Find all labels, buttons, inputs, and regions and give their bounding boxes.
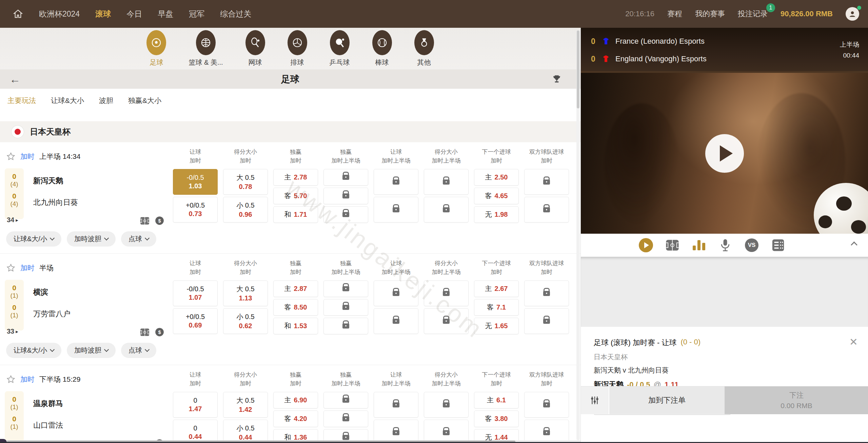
home-icon[interactable] [11, 7, 25, 21]
odds-cell[interactable]: 01.47 [173, 392, 218, 418]
cashout-icon[interactable]: $ [155, 216, 164, 225]
live-tag[interactable]: 加时 [20, 375, 35, 384]
odds-cell[interactable]: 客4.65 [474, 188, 519, 204]
odds-cell[interactable]: 客5.70 [273, 188, 318, 204]
odds-cell[interactable]: 客4.20 [273, 410, 318, 427]
odds-cell[interactable]: 无1.98 [474, 206, 519, 223]
add-to-betslip-button[interactable]: 加到下注单 [609, 386, 725, 414]
odds-cell[interactable]: 主6.1 [474, 392, 519, 408]
home-team-name[interactable]: 横滨 [33, 287, 48, 297]
bet-records-link[interactable]: 投注记录 1 [738, 9, 768, 19]
close-icon[interactable]: ✕ [849, 337, 858, 347]
odds-cell[interactable]: 主2.87 [273, 280, 318, 297]
markets-count[interactable]: 34▸ [7, 216, 18, 224]
stake-settings-button[interactable] [581, 386, 609, 414]
odds-cell[interactable]: 主2.67 [474, 280, 519, 297]
tab-main-markets[interactable]: 主要玩法 [7, 96, 36, 105]
menu-item-eurocup[interactable]: 欧洲杯2024 [39, 9, 80, 19]
odds-cell[interactable]: 无1.65 [474, 318, 519, 334]
video-player[interactable] [581, 73, 868, 234]
odds-cell[interactable]: +0/0.50.69 [173, 308, 218, 334]
odds-cell[interactable]: 小 0.50.62 [223, 308, 268, 334]
jersey-red-icon [602, 55, 610, 63]
user-avatar[interactable] [846, 7, 859, 21]
odds-cell[interactable]: -0/0.51.07 [173, 280, 218, 306]
favorite-star-icon[interactable] [6, 375, 16, 384]
sport-other[interactable]: 其他 [414, 30, 434, 67]
league-header: 日本天皇杯 [0, 121, 580, 142]
menu-item-early[interactable]: 早盘 [158, 9, 173, 19]
menu-item-today[interactable]: 今日 [126, 9, 142, 19]
sport-tennis[interactable]: 网球 [245, 30, 265, 67]
pitch-view-icon[interactable] [665, 238, 680, 253]
column-header: 让球加时上半场 [374, 148, 418, 165]
menu-item-live[interactable]: 滚球 [95, 9, 111, 19]
sport-volleyball[interactable]: 排球 [288, 30, 307, 67]
collapse-chevron-icon[interactable] [851, 241, 857, 248]
favorite-star-icon[interactable] [6, 263, 16, 273]
pill-penalty[interactable]: 点球 [121, 231, 156, 247]
odds-cell[interactable]: 主6.90 [273, 392, 318, 408]
lock-icon [393, 430, 399, 435]
lock-icon [543, 430, 550, 435]
sport-soccer[interactable]: 足球 [146, 30, 166, 67]
markets-count[interactable]: 33▸ [7, 328, 18, 335]
odds-cell[interactable]: 客7.1 [474, 299, 519, 316]
pill-handicap-total[interactable]: 让球&大/小 [6, 231, 61, 247]
live-tag[interactable]: 加时 [20, 263, 35, 273]
back-arrow-icon[interactable]: ← [9, 74, 20, 85]
pill-ot-correct-score[interactable]: 加時波胆 [67, 231, 116, 247]
betslip-score: (0 - 0) [680, 338, 701, 348]
odds-cell[interactable]: 大 0.50.78 [223, 169, 268, 195]
pitch-stats-icon[interactable] [140, 328, 150, 336]
lineup-icon[interactable] [771, 238, 786, 253]
odds-cell[interactable]: 小 0.50.44 [223, 420, 268, 443]
pill-ot-correct-score[interactable]: 加時波胆 [67, 343, 116, 358]
odds-cell[interactable]: 客3.80 [474, 410, 519, 427]
away-team-name[interactable]: 北九州向日葵 [33, 197, 78, 208]
trophy-icon[interactable] [552, 74, 561, 85]
odds-cell[interactable]: 大 0.51.42 [223, 392, 268, 418]
odds-cell-selected[interactable]: -0/0.51.03 [173, 169, 218, 195]
away-team-name[interactable]: 山口雷法 [33, 420, 63, 430]
place-bet-button[interactable]: 下注 0.00 RMB [725, 386, 868, 414]
commentary-mic-icon[interactable] [718, 238, 733, 253]
pill-handicap-total[interactable]: 让球&大/小 [6, 343, 61, 358]
home-team-name[interactable]: 新泻天鹅 [33, 176, 63, 186]
odds-cell[interactable]: 主2.78 [273, 169, 318, 186]
sport-basketball[interactable]: 篮球 & 美... [189, 30, 223, 67]
odds-cell[interactable]: 主2.50 [474, 169, 519, 186]
odds-cell[interactable]: 小 0.50.96 [223, 197, 268, 223]
odds-cell[interactable]: 大 0.51.13 [223, 280, 268, 306]
tab-winner-totals[interactable]: 独赢&大小 [128, 96, 161, 105]
play-button[interactable] [705, 134, 744, 173]
odds-cell[interactable]: +0/0.50.73 [173, 197, 218, 223]
locked-column [524, 168, 569, 226]
odds-cell[interactable]: 和1.53 [273, 318, 318, 334]
head-to-head-icon[interactable]: VS [744, 238, 759, 253]
sport-baseball[interactable]: 棒球 [372, 30, 392, 67]
jersey-blue-icon [602, 37, 610, 45]
away-team-name[interactable]: 万劳雷八户 [33, 309, 71, 319]
my-matches-link[interactable]: 我的赛事 [695, 9, 725, 19]
locked-odds-cell [323, 410, 368, 427]
odds-cell[interactable]: 00.44 [173, 420, 218, 443]
live-tag[interactable]: 加时 [20, 152, 35, 161]
pill-penalty[interactable]: 点球 [121, 343, 156, 358]
cashout-icon[interactable]: $ [155, 328, 164, 337]
odds-cell[interactable]: 客8.50 [273, 299, 318, 316]
sport-tabletennis[interactable]: 乒乓球 [330, 30, 350, 67]
home-team-name[interactable]: 温泉群马 [33, 399, 63, 409]
medal-icon [414, 30, 434, 55]
menu-item-outright[interactable]: 冠军 [189, 9, 204, 19]
pitch-stats-icon[interactable] [140, 217, 150, 225]
stream-play-icon[interactable] [638, 238, 653, 253]
menu-item-parlay[interactable]: 综合过关 [220, 9, 251, 19]
odds-cell[interactable]: 和1.71 [273, 206, 318, 223]
favorite-star-icon[interactable] [6, 152, 16, 161]
tab-handicap-totals[interactable]: 让球&大小 [51, 96, 84, 105]
stats-chart-icon[interactable] [691, 238, 706, 253]
tab-correct-score[interactable]: 波胆 [99, 96, 113, 105]
schedule-link[interactable]: 赛程 [667, 9, 682, 19]
vertical-scrollbar[interactable] [576, 30, 580, 440]
